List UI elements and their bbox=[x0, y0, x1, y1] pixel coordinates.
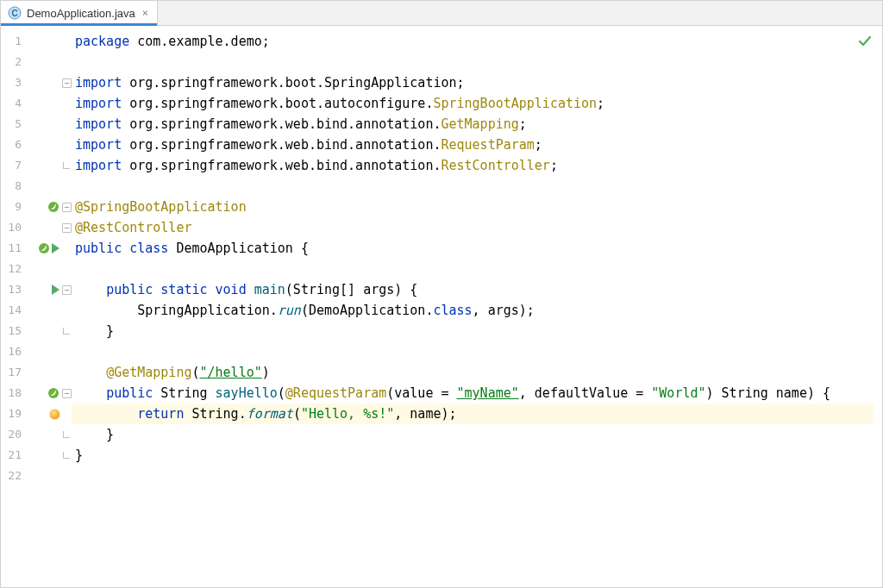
line-number[interactable]: 4 bbox=[1, 93, 27, 114]
line-number[interactable]: 19 bbox=[1, 403, 27, 424]
code-line[interactable]: @SpringBootApplication bbox=[72, 197, 882, 217]
token-plain: (value = bbox=[386, 385, 456, 401]
line-number[interactable]: 21 bbox=[1, 445, 27, 466]
fold-open-icon[interactable] bbox=[62, 78, 72, 88]
code-line[interactable]: import org.springframework.web.bind.anno… bbox=[72, 134, 882, 155]
code-line[interactable]: import org.springframework.web.bind.anno… bbox=[72, 155, 882, 176]
code-line[interactable]: public static void main(String[] args) { bbox=[72, 279, 882, 300]
token-plain: ; bbox=[519, 116, 527, 132]
token-pkg: org.springframework.boot.SpringApplicati… bbox=[129, 75, 456, 91]
analysis-ok-icon[interactable] bbox=[858, 34, 872, 48]
token-fn: sayHello bbox=[216, 385, 278, 401]
code-line[interactable]: import org.springframework.web.bind.anno… bbox=[72, 114, 882, 134]
line-number[interactable]: 9 bbox=[1, 197, 27, 217]
code-line[interactable]: } bbox=[72, 424, 882, 445]
spring-bean-icon[interactable] bbox=[47, 387, 59, 399]
fold-close-icon[interactable] bbox=[63, 328, 70, 335]
fold-close-icon[interactable] bbox=[63, 452, 70, 459]
run-icon[interactable] bbox=[52, 243, 59, 253]
code-line[interactable]: } bbox=[72, 321, 882, 341]
line-number[interactable]: 2 bbox=[1, 52, 27, 72]
gutter-cell bbox=[27, 424, 61, 445]
line-number[interactable]: 3 bbox=[1, 72, 27, 93]
fold-cell bbox=[61, 93, 72, 114]
fold-close-icon[interactable] bbox=[63, 162, 70, 169]
code-line[interactable]: @RestController bbox=[72, 217, 882, 238]
fold-column[interactable] bbox=[61, 26, 72, 587]
code-line[interactable] bbox=[72, 466, 882, 486]
line-number[interactable]: 7 bbox=[1, 155, 27, 176]
token-plain: ; bbox=[457, 75, 465, 91]
token-pkg: org.springframework.boot.autoconfigure. bbox=[129, 96, 433, 111]
fold-close-icon[interactable] bbox=[63, 431, 70, 438]
line-number[interactable]: 15 bbox=[1, 321, 27, 341]
line-number-gutter[interactable]: 12345678910111213141516171819202122 bbox=[1, 26, 27, 587]
code-line[interactable] bbox=[72, 52, 882, 72]
line-number[interactable]: 14 bbox=[1, 300, 27, 321]
token-ann: GetMapping bbox=[441, 116, 518, 132]
fold-cell bbox=[61, 383, 72, 403]
line-number[interactable]: 11 bbox=[1, 238, 27, 259]
fold-open-icon[interactable] bbox=[62, 389, 72, 398]
error-stripe[interactable] bbox=[874, 26, 882, 587]
token-plain: , defaultValue = bbox=[519, 385, 652, 401]
code-line[interactable]: } bbox=[72, 445, 882, 466]
token-pkg: com.example.demo bbox=[137, 34, 262, 49]
token-plain: ) bbox=[262, 365, 270, 380]
run-icon[interactable] bbox=[52, 285, 59, 295]
file-tab[interactable]: C DemoApplication.java × bbox=[1, 1, 158, 25]
token-kw: return bbox=[137, 406, 191, 422]
code-line[interactable]: import org.springframework.boot.autoconf… bbox=[72, 93, 882, 114]
token-plain bbox=[75, 365, 106, 380]
token-kw: import bbox=[75, 158, 129, 173]
fold-open-icon[interactable] bbox=[62, 223, 72, 233]
code-line[interactable] bbox=[72, 341, 882, 362]
fold-cell bbox=[61, 72, 72, 93]
token-ann: RestController bbox=[441, 158, 549, 173]
line-number[interactable]: 10 bbox=[1, 217, 27, 238]
gutter-cell bbox=[27, 134, 61, 155]
line-number[interactable]: 17 bbox=[1, 362, 27, 383]
code-line[interactable]: public class DemoApplication { bbox=[72, 238, 882, 259]
token-str: "World" bbox=[651, 385, 705, 401]
code-line[interactable]: import org.springframework.boot.SpringAp… bbox=[72, 72, 882, 93]
line-number[interactable]: 16 bbox=[1, 341, 27, 362]
intention-bulb-icon[interactable] bbox=[50, 410, 59, 419]
fold-open-icon[interactable] bbox=[62, 285, 72, 295]
fold-open-icon[interactable] bbox=[62, 203, 72, 212]
gutter-icon-column[interactable] bbox=[27, 26, 61, 587]
line-number[interactable]: 20 bbox=[1, 424, 27, 445]
token-fn: main bbox=[254, 282, 285, 297]
line-number[interactable]: 8 bbox=[1, 176, 27, 197]
token-cls: String bbox=[160, 385, 215, 401]
code-line[interactable]: @GetMapping("/hello") bbox=[72, 362, 882, 383]
editor-body: 12345678910111213141516171819202122 pack… bbox=[1, 26, 882, 587]
code-line[interactable] bbox=[72, 176, 882, 197]
line-number[interactable]: 13 bbox=[1, 279, 27, 300]
close-icon[interactable]: × bbox=[141, 6, 150, 20]
code-area[interactable]: package com.example.demo;import org.spri… bbox=[72, 26, 882, 587]
token-pkg: org.springframework.web.bind.annotation. bbox=[129, 158, 441, 173]
gutter-cell bbox=[27, 238, 61, 259]
line-number[interactable]: 18 bbox=[1, 383, 27, 403]
line-number[interactable]: 5 bbox=[1, 114, 27, 134]
code-line[interactable]: package com.example.demo; bbox=[72, 31, 882, 52]
code-line[interactable]: public String sayHello(@RequestParam(val… bbox=[72, 383, 882, 403]
token-ann: @RequestParam bbox=[285, 385, 386, 401]
code-line[interactable] bbox=[72, 259, 882, 279]
line-number[interactable]: 1 bbox=[1, 31, 27, 52]
fold-cell bbox=[61, 259, 72, 279]
line-number[interactable]: 6 bbox=[1, 134, 27, 155]
code-line[interactable]: SpringApplication.run(DemoApplication.cl… bbox=[72, 300, 882, 321]
spring-bean-icon[interactable] bbox=[38, 242, 50, 254]
token-plain: } bbox=[75, 447, 83, 463]
spring-bean-icon[interactable] bbox=[47, 201, 59, 213]
gutter-cell bbox=[27, 114, 61, 134]
svg-point-4 bbox=[48, 388, 59, 398]
token-kw: class bbox=[433, 303, 472, 318]
line-number[interactable]: 12 bbox=[1, 259, 27, 279]
line-number[interactable]: 22 bbox=[1, 466, 27, 486]
code-line[interactable]: return String.format("Hello, %s!", name)… bbox=[72, 403, 882, 424]
token-plain: } bbox=[75, 323, 114, 339]
gutter-cell bbox=[27, 176, 61, 197]
